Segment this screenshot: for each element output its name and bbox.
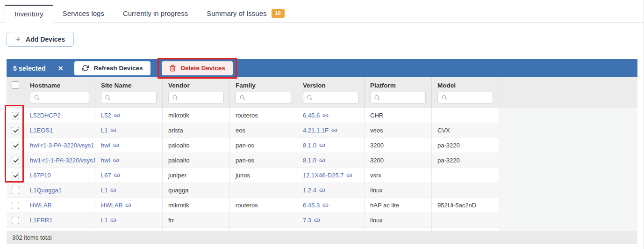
row-checkbox[interactable]: [12, 187, 19, 194]
column-header-vendor: Vendor: [163, 77, 230, 90]
filler-cell: [499, 123, 637, 138]
version-link[interactable]: 6.45.3: [303, 202, 329, 209]
link-icon: [346, 172, 352, 178]
version-link[interactable]: 8.1.0: [303, 142, 325, 149]
clear-selection-icon[interactable]: ✕: [58, 65, 64, 72]
hostname-link[interactable]: hwl-r1-3-PA-3220/vsys1: [30, 142, 94, 149]
refresh-devices-button[interactable]: Refresh Devices: [74, 61, 150, 75]
tab-label: Currently in progress: [123, 9, 188, 17]
family-cell: [230, 213, 297, 228]
column-header-hostname: Hostname: [24, 77, 95, 90]
table-row: L67P10 L67 juniper junos 12.1X46-D25.7: [7, 168, 637, 183]
column-header-model: Model: [432, 77, 499, 90]
hostname-link[interactable]: L1Quagga1: [30, 187, 62, 194]
vendor-cell: mikrotik: [163, 108, 230, 123]
search-icon: [374, 95, 380, 101]
vendor-cell: frr: [163, 213, 230, 228]
platform-cell: linux: [365, 183, 432, 198]
link-icon: [110, 217, 116, 223]
model-cell: [432, 108, 499, 123]
family-cell: pan-os: [230, 138, 297, 153]
site-link[interactable]: hwl: [101, 157, 119, 164]
table-row: hwl-r1-3-PA-3220/vsys1 hwl paloalto pan-…: [7, 138, 637, 153]
search-icon: [172, 95, 178, 101]
filler-cell: [499, 198, 637, 213]
row-checkbox[interactable]: [12, 127, 19, 134]
row-checkbox[interactable]: [12, 172, 19, 179]
search-icon: [34, 95, 40, 101]
table-body: L52DHCP2 L52 mikrotik routeros 6.45.6: [7, 108, 637, 228]
version-link[interactable]: 12.1X46-D25.7: [303, 172, 352, 179]
site-link[interactable]: L67: [101, 172, 120, 179]
table-row: L52DHCP2 L52 mikrotik routeros 6.45.6: [7, 108, 637, 123]
link-icon: [322, 202, 329, 208]
platform-cell: CHR: [365, 108, 432, 123]
table-footer: 302 items total: [7, 231, 637, 244]
tab-summary-of-issues[interactable]: Summary of Issues 10: [197, 5, 294, 22]
column-header-family: Family: [230, 77, 297, 90]
row-checkbox[interactable]: [12, 217, 19, 224]
version-link[interactable]: 7.3: [303, 217, 320, 224]
hostname-link[interactable]: HWLAB: [30, 202, 51, 209]
hostname-link[interactable]: L67P10: [30, 172, 51, 179]
tab-label: Summary of Issues: [207, 9, 266, 17]
version-link[interactable]: 4.21.1.1F: [303, 127, 337, 134]
clipped-row: [7, 228, 637, 231]
tab-services-logs[interactable]: Services logs: [53, 5, 114, 22]
filler-cell: [499, 183, 637, 198]
platform-cell: 3200: [365, 138, 432, 153]
model-cell: [432, 213, 499, 228]
link-icon: [125, 202, 131, 208]
plus-icon: +: [15, 35, 21, 44]
issues-count-badge: 10: [272, 9, 285, 18]
table-row: HWLAB HWLAB mikrotik routeros 6.45.3: [7, 198, 637, 213]
site-link[interactable]: HWLAB: [101, 202, 131, 209]
version-link[interactable]: 8.1.0: [303, 157, 325, 164]
platform-cell: vsrx: [365, 168, 432, 183]
link-icon: [331, 127, 337, 133]
hostname-link[interactable]: L52DHCP2: [30, 112, 61, 119]
platform-cell: hAP ac lite: [365, 198, 432, 213]
link-icon: [319, 187, 325, 193]
site-link[interactable]: L1: [101, 127, 116, 134]
column-header-platform: Platform: [365, 77, 432, 90]
model-cell: 952Ui-5ac2nD: [432, 198, 499, 213]
version-link[interactable]: 1.2.4: [303, 187, 325, 194]
row-checkbox[interactable]: [12, 112, 19, 119]
vendor-cell: paloalto: [163, 153, 230, 168]
table-row: L1FRR1 L1 frr 7.3: [7, 213, 637, 228]
filler-cell: [499, 108, 637, 123]
search-icon: [307, 95, 313, 101]
family-cell: [230, 183, 297, 198]
family-cell: routeros: [230, 108, 297, 123]
row-checkbox[interactable]: [12, 202, 19, 209]
column-header-version: Version: [297, 77, 365, 90]
link-icon: [110, 187, 116, 193]
delete-devices-button[interactable]: Delete Devices: [162, 61, 233, 75]
tab-inventory[interactable]: Inventory: [5, 5, 53, 23]
tab-label: Services logs: [63, 9, 104, 17]
site-link[interactable]: L1: [101, 217, 116, 224]
add-devices-button[interactable]: + Add Devices: [7, 32, 74, 47]
link-icon: [319, 142, 325, 148]
platform-cell: veos: [365, 123, 432, 138]
site-link[interactable]: L52: [101, 112, 120, 119]
hostname-link[interactable]: L1EOS1: [30, 127, 53, 134]
tab-label: Inventory: [14, 10, 43, 18]
tab-currently-in-progress[interactable]: Currently in progress: [114, 5, 197, 22]
vendor-cell: quagga: [163, 183, 230, 198]
column-header-site: Site Name: [95, 77, 163, 90]
search-icon: [239, 95, 245, 101]
version-link[interactable]: 6.45.6: [303, 112, 329, 119]
link-icon: [113, 157, 119, 163]
select-all-checkbox[interactable]: [12, 81, 19, 89]
site-link[interactable]: hwl: [101, 142, 119, 149]
link-icon: [319, 157, 325, 163]
row-checkbox[interactable]: [12, 142, 19, 149]
vendor-cell: arista: [163, 123, 230, 138]
site-link[interactable]: L1: [101, 187, 116, 194]
row-checkbox[interactable]: [12, 157, 19, 164]
hostname-link[interactable]: L1FRR1: [30, 217, 52, 224]
hostname-link[interactable]: hw1-r1-1-PA-3220/vsys1: [30, 157, 95, 164]
link-icon: [314, 217, 320, 223]
